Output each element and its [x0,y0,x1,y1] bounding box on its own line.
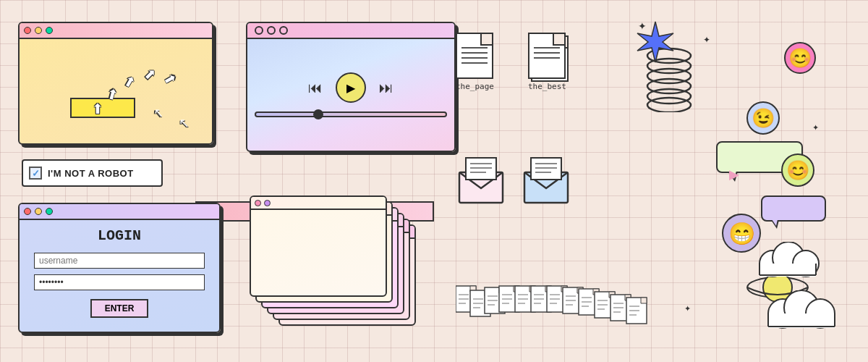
login-body: LOGIN ENTER [20,220,219,325]
browser-window-1: ⬆ ⬆ ⬆ ⬆ ⬆ ↖ ↖ [18,22,213,145]
cursors-arc: ⬆ ⬆ ⬆ ⬆ ⬆ ↖ ↖ [92,61,193,133]
svg-point-74 [647,89,691,104]
purple-tail-inner [772,219,778,226]
svg-marker-66 [641,298,647,303]
doc-label-1: the_page [456,82,494,91]
smiley-green: 😊 [781,153,814,187]
stacked-windows [250,195,416,333]
smiley-green-face: 😊 [786,159,809,182]
cloud-bottom-svg [760,290,846,330]
stack-dot-11 [255,200,261,206]
progress-bar[interactable] [255,111,447,117]
cursor-bottom: ↖ [179,115,190,131]
cloud-top-svg [751,242,830,279]
svg-point-75 [647,98,691,112]
username-input[interactable] [34,253,205,269]
prev-button[interactable]: ⏮ [308,80,323,96]
play-button[interactable]: ▶ [336,72,366,103]
cursor-1: ⬆ [92,101,103,117]
cursor-4: ⬆ [140,65,160,85]
email-blue [521,152,575,209]
login-dot-green [46,208,53,215]
cursor-2: ⬆ [104,85,119,104]
video-player-window: ⏮ ▶ ⏭ [246,22,456,152]
sparkle-5: ✦ [684,304,691,313]
cloud-bottom [760,290,846,333]
doc-lines-1 [461,47,488,64]
doc-line [461,47,488,49]
email-pink-svg [456,152,510,206]
email-pink [456,152,510,209]
doc-line [534,52,560,54]
titlebar-1 [20,23,212,39]
captcha-label: I'M NOT A ROBOT [48,168,134,179]
cursor-bar: ↖ [153,105,164,121]
doc-line [461,52,488,54]
login-dot-red [24,208,31,215]
enter-button[interactable]: ENTER [90,299,148,318]
stack-dot-12 [264,200,271,206]
cursor-3: ⬆ [120,72,138,93]
stack-win-6 [250,195,387,297]
dot-red[interactable] [24,27,31,34]
doc-page-front [528,33,566,79]
doc-line [461,57,488,59]
login-titlebar [20,204,219,220]
video-body: ⏮ ▶ ⏭ [247,39,454,151]
next-button[interactable]: ⏭ [379,80,393,96]
document-2: the_best [528,33,566,91]
vcircle-3 [279,26,288,35]
main-canvas: ⬆ ⬆ ⬆ ⬆ ⬆ ↖ ↖ ✓ I'M NOT A ROBOT [0,0,868,362]
play-controls: ⏮ ▶ ⏭ [308,72,393,103]
doc-label-2: the_best [528,82,566,91]
smiley-blue-face: 😉 [752,107,775,130]
docs-stack-svg [456,279,694,337]
captcha-checkbox[interactable]: ✓ [29,167,42,180]
speech-purple-shape [761,195,826,222]
checkmark-icon: ✓ [32,168,40,179]
play-icon: ▶ [346,81,355,95]
doc-stack [528,33,566,79]
doc-lines-2 [534,47,560,59]
password-input[interactable] [34,274,205,290]
login-title: LOGIN [98,227,141,244]
small-cursor-icon: ▶ [729,167,739,182]
login-dot-yellow [35,208,42,215]
email-blue-svg [521,152,575,206]
document-1: the_page [456,33,494,91]
vcircle-2 [267,26,276,35]
login-window: LOGIN ENTER [18,203,221,333]
video-titlebar [247,23,454,39]
smiley-pink-face: 😊 [788,47,812,70]
smiley-pink: 😊 [784,42,816,74]
vcircle-1 [255,26,263,35]
video-circles [255,26,288,35]
doc-line [461,62,488,64]
docs-row [456,279,694,337]
dot-yellow[interactable] [35,27,42,34]
progress-dot [313,109,323,119]
window1-body: ⬆ ⬆ ⬆ ⬆ ⬆ ↖ ↖ [20,39,212,143]
cursor-5: ⬆ [160,70,180,88]
dot-green[interactable] [46,27,53,34]
doc-line [534,57,560,59]
captcha-checkbox-container[interactable]: ✓ I'M NOT A ROBOT [22,159,163,187]
doc-page-1 [456,33,493,79]
smiley-blue: 😉 [746,101,780,135]
sparkle-3: ✦ [812,123,819,132]
stack-titlebar-6 [251,197,386,210]
sparkle-2: ✦ [703,35,710,45]
cloud-top [751,242,830,282]
doc-line [534,47,560,49]
sparkle-1: ✦ [638,20,647,32]
